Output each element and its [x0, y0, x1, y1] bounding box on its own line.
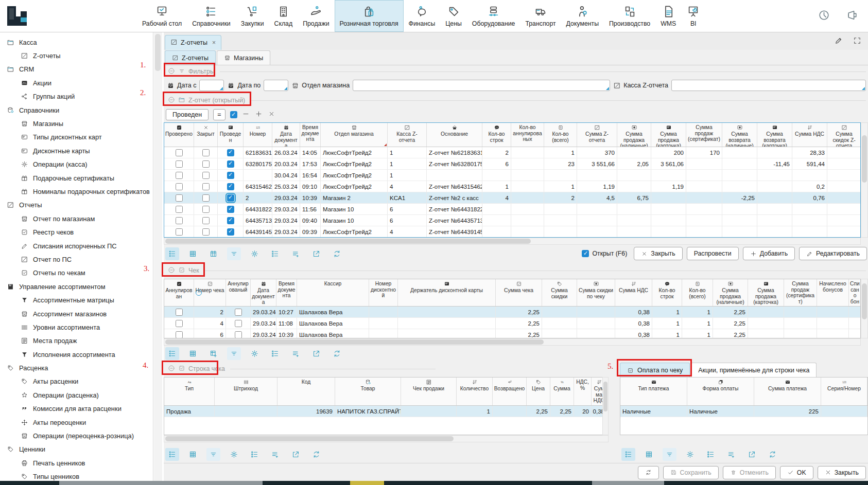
menu-item-Финансы[interactable]: Финансы	[404, 0, 441, 32]
check-col-1[interactable]: ^Номер чека	[194, 279, 226, 306]
zreport-cell[interactable]	[686, 181, 722, 192]
sidebar-item-Управление ассортиментом[interactable]: Управление ассортиментом	[0, 280, 153, 293]
zreport-col-2[interactable]: Проведен	[218, 123, 244, 147]
checkline-toolbar-filter-button[interactable]	[206, 448, 220, 461]
checkline-cell[interactable]	[401, 406, 457, 417]
zreport-cell[interactable]: 4	[482, 192, 511, 203]
row-checkbox[interactable]	[202, 217, 210, 224]
sidebar-item-Операции (переоценка-розница)[interactable]: Операции (переоценка-розница)	[0, 429, 153, 442]
checkline-col-7[interactable]: Цена	[527, 378, 550, 405]
zreport-cell[interactable]: Магазин 2	[321, 192, 388, 203]
sidebar-item-CRM[interactable]: CRM	[0, 63, 153, 76]
zreport-cell[interactable]	[827, 181, 861, 192]
zreport-col-7[interactable]: Касса Z-отчета	[388, 123, 427, 147]
payment-col-3[interactable]: 123Серия/Номер	[821, 378, 867, 405]
zreport-toolbar-export-button[interactable]	[309, 247, 323, 260]
sidebar-item-Исполнения ассортимента[interactable]: Исполнения ассортимента	[0, 348, 153, 361]
zreport-col-17[interactable]: Сумма возврата (карточка)	[757, 123, 792, 147]
zreport-cell[interactable]	[164, 226, 194, 237]
filter-input-Касса Z-отчета[interactable]	[671, 80, 866, 91]
zreport-cell[interactable]	[617, 204, 651, 214]
payment-cell[interactable]: Наличные	[620, 406, 687, 417]
zreport-cell[interactable]: 4	[388, 226, 427, 237]
check-col-17[interactable]: Начислено бонусов	[817, 279, 849, 306]
zreport-cell[interactable]	[482, 204, 511, 214]
zreport-cell[interactable]: 30.04.24	[272, 170, 300, 181]
zreport-cell[interactable]	[757, 181, 792, 192]
sidebar-item-Расценка[interactable]: Расценка	[0, 361, 153, 374]
scroll-thumb[interactable]	[862, 135, 867, 183]
sidebar-item-Ценники[interactable]: Ценники	[0, 443, 153, 456]
zreport-cell[interactable]	[164, 204, 194, 214]
check-col-6[interactable]: Номер дисконтной	[369, 279, 398, 306]
zreport-cell[interactable]	[482, 170, 511, 181]
zreport-cell[interactable]: 1	[544, 147, 577, 158]
zreport-cell[interactable]	[218, 181, 244, 192]
check-cell[interactable]	[849, 329, 861, 338]
check-col-7[interactable]: Держатель дисконтной карты	[398, 279, 496, 306]
zreport-cell[interactable]: Магазин 10	[321, 215, 388, 226]
zreport-toolbar-listadd-button[interactable]	[289, 247, 303, 260]
zreport-cell[interactable]	[511, 192, 544, 203]
row-checkbox[interactable]	[202, 160, 210, 168]
checkline-toolbar-grid-button[interactable]	[186, 448, 200, 461]
checkline-cell[interactable]: 2,25	[550, 406, 574, 417]
row-checkbox[interactable]	[176, 160, 183, 168]
row-checkbox[interactable]	[235, 320, 242, 327]
zreport-cell[interactable]	[544, 226, 577, 237]
check-cell[interactable]	[164, 307, 194, 317]
zreport-cell[interactable]: 3 561,06	[651, 158, 686, 169]
zreport-row-5[interactable]: 6443182229.03.2411:56Магазин 106Z-отчет …	[164, 204, 860, 215]
sidebar-item-Касса[interactable]: Касса	[0, 35, 153, 49]
zreport-cell[interactable]	[651, 215, 686, 226]
zreport-cell[interactable]	[827, 158, 861, 169]
payment-col-1[interactable]: Форма оплаты	[687, 378, 754, 405]
Сохранить-button[interactable]: Сохранить	[663, 466, 719, 479]
check-cell[interactable]	[226, 318, 251, 329]
check-col-0[interactable]: Аннулирован	[164, 279, 194, 306]
check-cell[interactable]: 2	[194, 307, 226, 317]
checkline-toolbar-listset-button[interactable]	[165, 448, 179, 461]
zreport-col-19[interactable]: Сумма скидок Z-отчета	[827, 123, 861, 147]
collapse-icon[interactable]	[168, 67, 175, 76]
payment-cell[interactable]: Наличные	[687, 406, 754, 417]
zreport-cell[interactable]: Z-отчет №62183631	[427, 147, 482, 158]
sidebar-item-Операции (расценка)[interactable]: Операции (расценка)	[0, 388, 153, 402]
zreport-cell[interactable]: 591,44	[792, 158, 827, 169]
zreport-cell[interactable]	[686, 158, 722, 169]
zreport-cell[interactable]: ЛюксСофтТрейд2	[321, 147, 388, 158]
checkline-col-5[interactable]: Количество	[457, 378, 493, 405]
zreport-col-4[interactable]: Дата документа	[272, 123, 300, 147]
row-checkbox[interactable]	[176, 228, 183, 236]
zreport-toolbar-gear-button[interactable]	[248, 247, 262, 260]
zreport-cell[interactable]	[194, 181, 218, 192]
check-cell[interactable]: 2,25	[496, 329, 542, 338]
Распровести-button[interactable]: Распровести	[687, 247, 739, 260]
zreport-cell[interactable]: 28,33	[792, 147, 827, 158]
check-cell[interactable]	[542, 329, 577, 338]
filter-input-Отдел магазина[interactable]	[353, 80, 610, 91]
check-cell[interactable]: 1	[652, 329, 682, 338]
row-checkbox[interactable]	[235, 309, 242, 316]
scroll-thumb[interactable]	[165, 239, 531, 244]
zreport-hscrollbar[interactable]	[164, 238, 861, 245]
checkline-hscrollbar[interactable]	[164, 435, 609, 442]
zreport-cell[interactable]	[577, 215, 617, 226]
zreport-cell[interactable]	[511, 170, 544, 181]
checkline-col-3[interactable]: Товар	[335, 378, 401, 405]
zreport-cell[interactable]	[218, 147, 244, 158]
check-cell[interactable]: 10:27	[276, 307, 297, 317]
row-checkbox[interactable]	[176, 217, 183, 224]
check-col-9[interactable]: Сумма скидки	[542, 279, 577, 306]
menu-item-Склад[interactable]: Склад	[269, 0, 298, 32]
check-cell[interactable]: 11:08	[276, 318, 297, 329]
zreport-cell[interactable]: 64439145	[244, 226, 272, 237]
zreport-cell[interactable]	[617, 226, 651, 237]
filter-input-Дата по[interactable]	[264, 80, 288, 91]
row-checkbox[interactable]	[227, 160, 234, 168]
sidebar-item-Акции[interactable]: Акции	[0, 76, 153, 89]
check-col-15[interactable]: Сумма продажа (карточка)	[748, 279, 784, 306]
row-checkbox[interactable]	[176, 309, 183, 316]
payment-tab-Акции, применённые для строки чека[interactable]: Акции, применённые для строки чека	[691, 363, 817, 378]
sidebar-item-Отчеты по чекам[interactable]: Отчеты по чекам	[0, 266, 153, 280]
